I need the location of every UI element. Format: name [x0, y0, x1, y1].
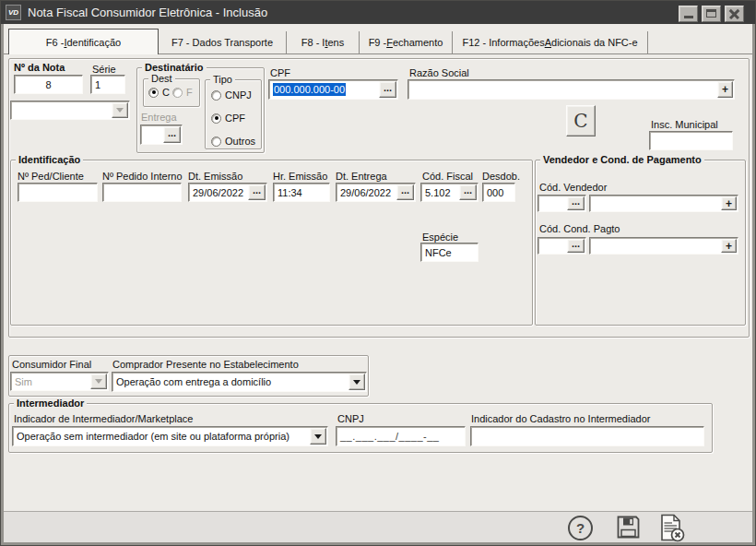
comprador-presente-combobox[interactable]: Operação com entrega a domicílio: [112, 372, 367, 392]
comprador-presente-dropdown-button[interactable]: [348, 374, 365, 390]
nota-label: Nº da Nota: [14, 62, 65, 73]
cod-vendedor-name-input[interactable]: +: [589, 195, 738, 212]
especie-label: Espécie: [422, 231, 458, 243]
tipo-radio-cnpj[interactable]: CNPJ: [211, 89, 252, 101]
serie-label: Série: [92, 64, 116, 75]
cpf-label: CPF: [270, 67, 290, 78]
ped-cliente-input[interactable]: [18, 183, 98, 202]
cod-vendedor-add-button[interactable]: +: [721, 196, 737, 210]
c-button[interactable]: C: [566, 105, 596, 136]
radio-icon: [211, 136, 221, 147]
save-floppy-icon: [615, 514, 642, 540]
maximize-button[interactable]: [702, 6, 721, 22]
dt-entrega-calendar-button[interactable]: ...: [396, 184, 414, 200]
cod-cond-pagto-code-input[interactable]: ...: [537, 237, 586, 255]
cpf-input[interactable]: 000.000.000-00 ...: [268, 79, 398, 100]
pedido-interno-label: Nº Pedido Interno: [102, 171, 183, 182]
window-title: Nota Fiscal Consumidor Eletrônica - Incl…: [28, 6, 267, 19]
cod-cond-pagto-add-button[interactable]: +: [721, 239, 737, 253]
nfce-window: VD Nota Fiscal Consumidor Eletrônica - I…: [0, 0, 756, 546]
destinatario-title: Destinatário: [142, 62, 207, 73]
identificacao-title: Identificação: [16, 154, 83, 165]
desdob-input[interactable]: 000: [482, 183, 515, 202]
tab-informacoes-adicionais[interactable]: F12 - Informações Adicionais da NFC-e: [453, 31, 648, 53]
minimize-button[interactable]: [679, 6, 698, 22]
cpf-selected-text: 000.000.000-00: [273, 83, 346, 96]
dt-emissao-calendar-button[interactable]: ...: [248, 184, 266, 200]
consumidor-final-label: Consumidor Final: [12, 359, 91, 370]
cadastro-intermediador-input[interactable]: [470, 426, 704, 446]
cod-cond-pagto-lookup-button[interactable]: ...: [567, 239, 585, 253]
minimize-icon: [684, 16, 693, 18]
chevron-down-icon: [116, 108, 124, 113]
tab-itens[interactable]: F8 - Itens: [287, 31, 360, 53]
razao-social-input[interactable]: +: [408, 79, 735, 100]
chevron-down-icon: [95, 379, 102, 384]
titlebar: VD Nota Fiscal Consumidor Eletrônica - I…: [1, 1, 756, 24]
pedido-interno-input[interactable]: [102, 183, 182, 202]
hr-emissao-label: Hr. Emissão: [273, 171, 327, 182]
cod-vendedor-code-input[interactable]: ...: [537, 195, 586, 212]
cod-cond-pagto-name-input[interactable]: +: [589, 237, 738, 255]
nota-input[interactable]: 8: [14, 75, 83, 94]
entrega-lookup-button[interactable]: ...: [163, 126, 181, 143]
cod-cond-pagto-label: Cód. Cond. Pagto: [539, 223, 620, 234]
consumidor-final-dropdown-button[interactable]: [90, 374, 107, 389]
cod-fiscal-input[interactable]: 5.102 ...: [420, 183, 478, 202]
save-button[interactable]: [615, 514, 642, 542]
indicador-intermediador-label: Indicador de Intermediador/Marketplace: [14, 413, 193, 424]
dt-emissao-label: Dt. Emissão: [188, 171, 242, 182]
razao-social-label: Razão Social: [409, 67, 469, 78]
dt-entrega-label: Dt. Entrega: [336, 171, 387, 182]
dt-emissao-input[interactable]: 29/06/2022 ...: [188, 183, 267, 202]
vendedor-title: Vendedor e Cond. de Pagamento: [540, 154, 704, 165]
serie-input[interactable]: 1: [90, 75, 125, 94]
dest-title: Dest: [148, 73, 175, 84]
intermediador-cnpj-label: CNPJ: [337, 413, 364, 424]
ped-cliente-label: Nº Ped/Cliente: [18, 171, 84, 182]
combobox-dropdown-button[interactable]: [112, 102, 128, 118]
tab-dados-transporte[interactable]: F7 - Dados Transporte: [159, 31, 287, 53]
hr-emissao-input[interactable]: 11:34: [273, 183, 330, 202]
cod-fiscal-label: Cód. Fiscal: [422, 171, 473, 182]
tab-identificacao[interactable]: F6 - Identificação: [8, 29, 159, 54]
cod-fiscal-lookup-button[interactable]: ...: [459, 184, 477, 200]
help-button[interactable]: ?: [568, 516, 593, 540]
nota-combobox[interactable]: [10, 101, 130, 120]
close-button[interactable]: [725, 6, 744, 22]
consumidor-final-combobox[interactable]: Sim: [10, 372, 109, 391]
insc-municipal-label: Insc. Municipal: [651, 119, 718, 130]
entrega-input[interactable]: ...: [140, 125, 183, 145]
chevron-down-icon: [353, 380, 360, 385]
tipo-radio-outros[interactable]: Outros: [211, 136, 255, 147]
entrega-label: Entrega: [141, 112, 177, 123]
chevron-down-icon: [314, 434, 322, 439]
tab-strip: F6 - Identificação F7 - Dados Transporte…: [8, 29, 648, 54]
comprador-presente-label: Comprador Presente no Estabelecimento: [112, 359, 299, 370]
app-icon: VD: [6, 5, 21, 20]
cod-vendedor-lookup-button[interactable]: ...: [567, 196, 585, 210]
radio-icon: [148, 88, 159, 98]
intermediador-cnpj-input[interactable]: __.___.___/____-__: [336, 426, 466, 446]
indicador-intermediador-combobox[interactable]: Operação sem intermediador (em site ou p…: [12, 426, 328, 446]
cancel-document-icon: [656, 512, 687, 543]
insc-municipal-input[interactable]: [649, 131, 733, 150]
radio-icon: [172, 88, 183, 98]
dest-radio-c[interactable]: C: [148, 87, 170, 98]
cpf-lookup-button[interactable]: ...: [379, 81, 396, 98]
especie-input[interactable]: NFCe: [420, 243, 478, 262]
tipo-radio-cpf[interactable]: CPF: [211, 113, 245, 124]
tipo-title: Tipo: [210, 74, 235, 85]
dt-entrega-input[interactable]: 29/06/2022 ...: [336, 183, 416, 202]
indicador-intermediador-dropdown-button[interactable]: [310, 428, 326, 445]
cod-vendedor-label: Cód. Vendedor: [539, 182, 607, 193]
dest-radio-f[interactable]: F: [172, 87, 193, 98]
tab-fechamento[interactable]: F9 - Fechamento: [360, 31, 453, 53]
footer-bar: [1, 512, 756, 546]
razao-social-add-button[interactable]: +: [717, 81, 733, 98]
desdob-label: Desdob.: [482, 171, 520, 182]
cancel-button[interactable]: [656, 512, 687, 545]
radio-icon: [211, 113, 221, 124]
maximize-icon: [706, 9, 716, 18]
radio-icon: [211, 90, 221, 101]
